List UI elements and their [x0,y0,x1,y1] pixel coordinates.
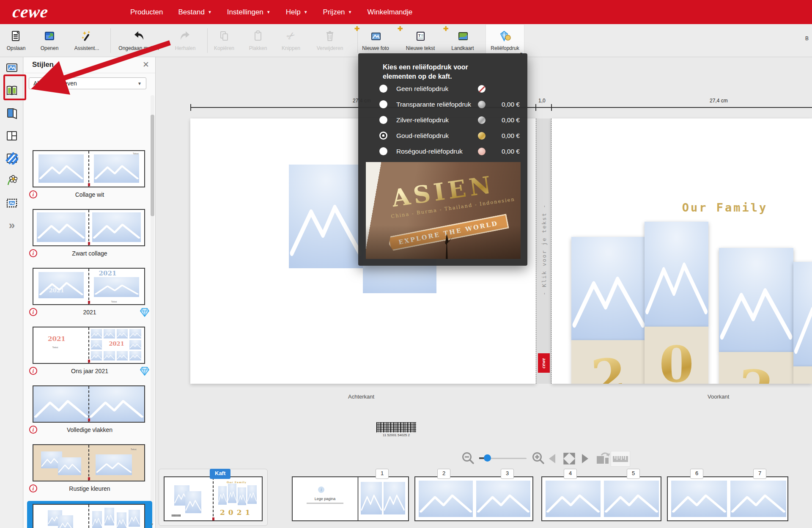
spread-thumbnail-01[interactable]: i Lege pagina [292,476,409,521]
style-thumbnail[interactable]: Tekst [33,444,145,481]
undo-button[interactable]: Ongedaan maken [114,24,163,57]
radio-icon[interactable] [379,147,387,155]
option-transparante-reliefopdruk[interactable]: Transparante reliëfopdruk 0,00 € [358,99,527,111]
style-item-volledige-vlakken[interactable]: iVolledige vlakken [27,385,152,441]
plus-badge-icon: ✚ [443,25,449,33]
zoom-in-icon [531,451,546,465]
emboss-button[interactable]: Reliëfopdruk ▼ [486,24,524,57]
cover-photo-strip[interactable]: 2 [571,118,646,384]
filter-value: Alles weergeven [33,80,77,87]
radio-icon[interactable] [379,100,387,108]
ruler-toggle-button[interactable] [611,451,630,467]
style-item-ons-jaar-2021[interactable]: 2021Tekst 2021 iOns jaar 2021 [27,327,152,382]
cover-thumbnail[interactable]: Our Family 2021 [164,476,263,521]
page-badge-6[interactable]: 6 [690,469,703,479]
save-button[interactable]: Opslaan [1,24,31,57]
thumb-barcode [172,514,181,517]
menu-bestand[interactable]: Bestand▼ [178,8,212,16]
style-thumbnail[interactable] [33,209,145,246]
zoom-in-button[interactable] [531,451,546,465]
pages-tab[interactable] [5,107,18,119]
style-thumbnail[interactable]: 2021Tekst 2021 [33,327,145,364]
option-geen-reliefopdruk[interactable]: Geen reliëfopdruk [358,83,527,96]
next-page-icon[interactable] [582,454,588,463]
premium-diamond-icon [140,366,150,376]
cover-photo-strip[interactable]: 2 [719,118,793,384]
new-text-button[interactable]: T ✚ Nieuwe tekst [399,24,442,57]
cut-button[interactable]: ✂ Knippen [275,24,307,57]
style-thumbnail[interactable] [33,385,145,423]
radio-icon[interactable] [379,85,387,93]
menu-instellingen[interactable]: Instellingen▼ [227,8,271,16]
page-badge-1[interactable]: 1 [376,469,389,479]
barcode [376,422,416,432]
fullscreen-button[interactable] [562,452,576,465]
option-rosegoud-reliefopdruk[interactable]: Roségoud-reliëfopdruk 0,00 € [358,146,527,158]
plus-badge-icon: ✚ [398,25,403,33]
emboss-preview-image: ASIEN China - Burma - Thailand - Indones… [366,162,521,259]
cover-badge[interactable]: Kaft [210,469,230,479]
style-thumbnail[interactable]: 2021 2021Tekst [33,268,145,305]
frames-tab[interactable] [5,197,18,209]
menu-winkelmandje[interactable]: Winkelmandje [367,8,412,16]
close-icon[interactable]: ✕ [143,60,149,69]
styles-tab-highlight-box [3,74,26,100]
page-badge-3[interactable]: 3 [501,469,514,479]
redo-button[interactable]: Herhalen [168,24,202,57]
style-thumbnail[interactable]: Tekst [33,150,145,187]
zoom-slider-knob[interactable] [484,454,491,462]
previous-page-icon[interactable] [549,454,555,463]
flower-clipart-icon [5,174,18,187]
new-photo-icon: ✚ [356,28,395,44]
spread-thumbnail-45[interactable] [541,476,661,521]
new-photo-button[interactable]: ✚ Nieuwe foto [356,24,395,57]
zoom-out-button[interactable] [461,451,475,465]
page-badge-4[interactable]: 4 [564,469,577,479]
assistant-button[interactable]: Assistent... [68,24,106,57]
photo-placeholder[interactable] [289,165,363,268]
menu-help[interactable]: Help▼ [286,8,308,16]
page-badge-5[interactable]: 5 [627,469,640,479]
radio-icon[interactable] [379,116,387,124]
swatch-gold-icon [478,132,486,140]
copy-button[interactable]: Kopiëren [208,24,240,57]
page-badge-2[interactable]: 2 [437,469,450,479]
delete-button[interactable]: Verwijderen [310,24,350,57]
styles-filter-dropdown[interactable]: Alles weergeven ▼ [29,77,146,89]
map-button[interactable]: ✚ Landkaart [445,24,480,57]
left-tool-rail: » [0,57,23,528]
undo-icon [114,28,163,44]
spine[interactable]: - Klik voor je tekst - cewe [536,118,551,384]
option-goud-reliefopdruk[interactable]: Goud-reliëfopdruk 0,00 € [358,130,527,143]
stamp-frame-icon [5,197,18,209]
style-item-onze-familie-2021[interactable]: 2021 iOnze familie 2021 [27,504,152,528]
page-badge-7[interactable]: 7 [753,469,766,479]
radio-selected-icon[interactable] [379,132,387,140]
front-cover-page[interactable]: Our Family 2 0 2 1 [551,118,812,384]
spread-thumbnail-67[interactable] [667,476,788,521]
style-item-rustige-kleuren[interactable]: Tekst iRustige kleuren [27,444,152,500]
ruler-tick [535,104,536,111]
menu-producten[interactable]: Producten [130,8,163,16]
menu-prijzen[interactable]: Prijzen▼ [323,8,352,16]
cliparts-tab[interactable] [5,174,18,187]
backgrounds-tab[interactable] [5,152,18,165]
spread-view-button[interactable] [595,452,611,465]
photos-tab[interactable] [5,61,18,74]
paste-button[interactable]: Plakken [242,24,274,57]
style-item-zwart-collage[interactable]: iZwart collage [27,209,152,265]
front-page-label: Voorkant [708,393,729,400]
layouts-tab[interactable] [5,129,18,142]
style-item-2021[interactable]: 2021 2021Tekst i2021 [27,268,152,324]
scroll-down-icon[interactable]: ▼ [151,522,154,526]
spine-text-placeholder[interactable]: - Klik voor je tekst - [540,204,547,295]
style-thumbnail[interactable]: 2021 [33,504,145,528]
expand-rail-button[interactable]: » [5,219,18,231]
option-zilver-reliefopdruk[interactable]: Zilver-reliëfopdruk 0,00 € [358,114,527,127]
spread-thumbnail-23[interactable] [414,476,533,521]
style-item-collage-wit[interactable]: Tekst iCollage wit [27,150,152,206]
back-page-label: Achterkant [348,393,374,400]
open-button[interactable]: Openen [35,24,64,57]
cover-photo-strip[interactable]: 0 [645,118,708,384]
cover-photo-strip[interactable]: 1 [793,118,812,384]
